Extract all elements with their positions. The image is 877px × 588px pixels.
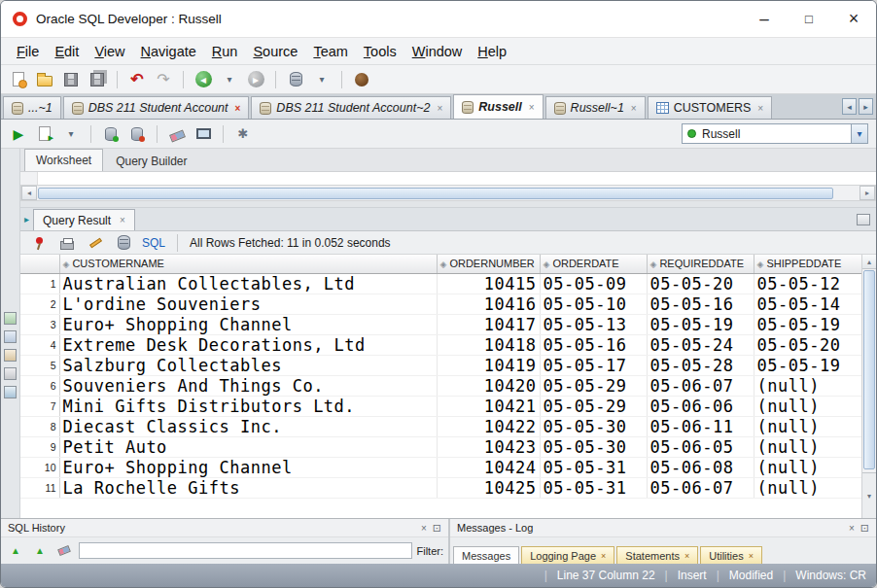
row-number-cell[interactable]: 5 [20,355,59,375]
customername-cell[interactable]: Petit Auto [59,436,437,457]
ordernumber-cell[interactable]: 10424 [437,457,540,477]
file-tab[interactable]: DBS 211 Student Account [63,96,250,119]
dock-panel-icon[interactable] [4,330,17,343]
customername-cell[interactable]: Euro+ Shopping Channel [59,314,437,334]
close-icon[interactable] [849,523,855,534]
menu-item[interactable]: Help [470,41,514,62]
close-icon[interactable] [684,551,689,561]
customername-cell[interactable]: Diecast Classics Inc. [59,416,437,436]
dock-panel-icon[interactable] [4,349,17,362]
ordernumber-cell[interactable]: 10421 [437,396,540,416]
scroll-up-icon[interactable]: ▴ [862,255,876,269]
menu-item[interactable]: File [9,41,47,62]
customername-cell[interactable]: Mini Gifts Distributors Ltd. [59,396,437,416]
log-tab[interactable]: Utilities [700,546,762,564]
shippeddate-cell[interactable]: 05-05-12 [754,273,861,294]
row-number-cell[interactable]: 6 [20,375,59,396]
customername-cell[interactable]: Salzburg Collectables [59,355,437,375]
ordernumber-cell[interactable]: 10416 [437,294,540,314]
column-header[interactable]: REQUIREDDATE [647,255,754,273]
column-header[interactable]: ORDERNUMBER [437,255,540,273]
horizontal-splitter[interactable] [20,201,876,208]
close-icon[interactable] [421,523,427,534]
row-number-cell[interactable]: 8 [20,416,59,436]
rollback-icon[interactable] [127,124,147,144]
worksheet-tab[interactable]: Query Builder [105,151,197,171]
clear-history-icon[interactable] [54,541,74,561]
column-header[interactable]: SHIPPEDDATE [754,255,861,273]
requireddate-cell[interactable]: 05-05-19 [647,314,754,334]
connections-icon[interactable] [286,70,305,89]
close-icon[interactable] [120,215,125,225]
menu-item[interactable]: Edit [47,41,87,62]
orderdate-cell[interactable]: 05-05-31 [540,457,647,477]
dock-panel-icon[interactable] [4,367,17,380]
back-dropdown-icon[interactable] [220,70,239,89]
shippeddate-cell[interactable]: (null) [754,457,861,477]
menu-item[interactable]: Navigate [133,41,204,62]
requireddate-cell[interactable]: 05-05-24 [647,334,754,355]
close-icon[interactable] [749,551,754,561]
shippeddate-cell[interactable]: 05-05-19 [754,355,861,375]
shippeddate-cell[interactable]: 05-05-19 [754,314,861,334]
fetch-icon[interactable] [114,233,133,253]
row-number-cell[interactable]: 11 [20,477,59,498]
clear-worksheet-icon[interactable] [167,124,187,144]
scroll-right-icon[interactable] [859,186,875,200]
requireddate-cell[interactable]: 05-06-08 [647,457,754,477]
close-icon[interactable] [437,103,442,114]
shippeddate-cell[interactable]: (null) [754,396,861,416]
query-result-tab[interactable]: Query Result [33,209,135,230]
orderdate-cell[interactable]: 05-05-29 [540,375,647,396]
tab-scroll-right-icon[interactable] [859,98,873,115]
edit-icon[interactable] [86,233,105,253]
customername-cell[interactable]: Extreme Desk Decorations, Ltd [59,334,437,355]
shippeddate-cell[interactable]: (null) [754,477,861,498]
orderdate-cell[interactable]: 05-05-10 [540,294,647,314]
customername-cell[interactable]: La Rochelle Gifts [59,477,437,498]
menu-item[interactable]: Source [245,41,305,62]
row-number-cell[interactable]: 1 [20,273,59,294]
print-icon[interactable] [57,233,77,253]
ordernumber-cell[interactable]: 10418 [437,334,540,355]
scrollbar-thumb[interactable] [38,188,833,199]
team-icon[interactable] [352,70,371,89]
shippeddate-cell[interactable]: 05-05-14 [754,294,861,314]
maximize-button[interactable] [787,1,831,37]
customername-cell[interactable]: Souveniers And Things Co. [59,375,437,396]
ordernumber-cell[interactable]: 10417 [437,314,540,334]
back-icon[interactable] [193,70,213,89]
commit-icon[interactable] [101,124,121,144]
shippeddate-cell[interactable]: 05-05-20 [754,334,861,355]
connections-dropdown-icon[interactable] [312,70,332,89]
customername-cell[interactable]: Euro+ Shopping Channel [59,457,437,477]
expand-icon[interactable] [24,214,29,225]
scroll-left-icon[interactable] [21,186,37,200]
grid-vertical-scrollbar[interactable]: ▴ ▾ [861,255,876,518]
save-all-icon[interactable] [88,70,107,89]
ordernumber-cell[interactable]: 10419 [437,355,540,375]
requireddate-cell[interactable]: 05-06-05 [647,436,754,457]
chevron-down-icon[interactable] [851,124,867,143]
close-button[interactable] [831,1,876,37]
minimize-button[interactable] [742,1,787,37]
customername-cell[interactable]: L'ordine Souveniers [59,294,437,314]
sql-editor[interactable] [20,172,876,185]
requireddate-cell[interactable]: 05-06-07 [647,375,754,396]
dock-panel-icon[interactable] [4,312,17,325]
close-icon[interactable] [631,103,637,114]
scrollbar-thumb[interactable] [863,270,875,469]
menu-item[interactable]: Window [404,41,471,62]
ordernumber-cell[interactable]: 10425 [437,477,540,498]
row-number-cell[interactable]: 9 [20,436,59,457]
file-tab[interactable]: CUSTOMERS [648,96,772,119]
run-script-icon[interactable] [35,124,54,144]
dock-panel-icon[interactable] [4,386,17,398]
log-tab[interactable]: Logging Page [521,546,614,564]
requireddate-cell[interactable]: 05-05-16 [647,294,754,314]
requireddate-cell[interactable]: 05-05-28 [647,355,754,375]
close-icon[interactable] [235,103,241,114]
editor-horizontal-scrollbar[interactable] [20,185,876,201]
row-number-cell[interactable]: 2 [20,294,59,314]
orderdate-cell[interactable]: 05-05-13 [540,314,647,334]
